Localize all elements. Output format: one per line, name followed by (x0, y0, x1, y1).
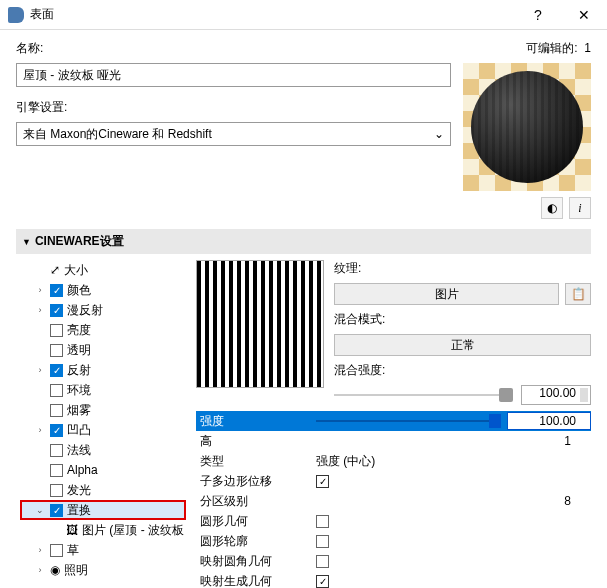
prop-value: 8 (316, 494, 591, 508)
checkbox[interactable] (50, 404, 63, 417)
checkbox[interactable]: ✓ (50, 504, 63, 517)
property-row[interactable]: 子多边形位移✓ (196, 471, 591, 491)
expand-icon[interactable]: › (34, 425, 46, 435)
expand-icon[interactable]: › (34, 305, 46, 315)
texture-button[interactable]: 图片 (334, 283, 559, 305)
checkbox[interactable]: ✓ (50, 284, 63, 297)
texture-browse-icon[interactable]: 📋 (565, 283, 591, 305)
blend-mode-button[interactable]: 正常 (334, 334, 591, 356)
tree-label: 法线 (67, 442, 91, 459)
checkbox[interactable] (50, 544, 63, 557)
prop-name: 强度 (196, 413, 316, 430)
prop-value: 强度 (中心) (316, 453, 375, 470)
channel-tree: ⤢大小›✓颜色›✓漫反射亮度透明›✓反射环境烟雾›✓凹凸法线Alpha发光⌄✓置… (16, 260, 186, 588)
tree-label: 图片 (屋顶 - 波纹板 (82, 522, 184, 539)
tree-label: 置换 (67, 502, 91, 519)
engine-label: 引擎设置: (16, 99, 451, 116)
prop-name: 分区级别 (196, 493, 316, 510)
app-icon (8, 7, 24, 23)
prop-checkbox[interactable]: ✓ (316, 475, 329, 488)
strength-slider[interactable] (316, 414, 501, 428)
checkbox[interactable] (50, 484, 63, 497)
tree-label: 烟雾 (67, 402, 91, 419)
tree-item[interactable]: ›草 (22, 540, 186, 560)
chevron-down-icon: ⌄ (434, 127, 444, 141)
row-icon: ◉ (50, 563, 60, 577)
prop-value: 1 (316, 434, 591, 448)
row-icon: 🖼 (66, 523, 78, 537)
tree-label: 漫反射 (67, 302, 103, 319)
prop-name: 映射生成几何 (196, 573, 316, 589)
property-row[interactable]: 高1 (196, 431, 591, 451)
tree-item[interactable]: ›✓颜色 (22, 280, 186, 300)
engine-select[interactable]: 来自 Maxon的Cineware 和 Redshift⌄ (16, 122, 451, 146)
checkbox[interactable] (50, 464, 63, 477)
blend-mode-label: 混合模式: (334, 311, 394, 328)
prop-checkbox[interactable]: ✓ (316, 575, 329, 588)
tree-item[interactable]: Alpha (22, 460, 186, 480)
tree-item[interactable]: 🖼图片 (屋顶 - 波纹板 (22, 520, 186, 540)
expand-icon[interactable]: › (34, 285, 46, 295)
checkbox[interactable]: ✓ (50, 304, 63, 317)
blend-strength-label: 混合强度: (334, 362, 385, 379)
checkbox[interactable] (50, 344, 63, 357)
blend-strength-slider[interactable] (334, 388, 513, 402)
close-button[interactable]: ✕ (561, 0, 607, 30)
window-title: 表面 (30, 6, 515, 23)
help-button[interactable]: ? (515, 0, 561, 30)
tree-item[interactable]: ›✓反射 (22, 360, 186, 380)
property-row[interactable]: 强度 (196, 411, 591, 431)
cineware-icon[interactable]: ◐ (541, 197, 563, 219)
info-button[interactable]: i (569, 197, 591, 219)
checkbox[interactable]: ✓ (50, 364, 63, 377)
row-icon: ⤢ (50, 263, 60, 277)
panel-header-cineware[interactable]: CINEWARE设置 (16, 229, 591, 254)
tree-item[interactable]: ⤢大小 (22, 260, 186, 280)
tree-label: 照明 (64, 562, 88, 579)
checkbox[interactable] (50, 444, 63, 457)
checkbox[interactable]: ✓ (50, 424, 63, 437)
tree-item[interactable]: 亮度 (22, 320, 186, 340)
property-row[interactable]: 映射圆角几何 (196, 551, 591, 571)
expand-icon[interactable]: › (34, 365, 46, 375)
tree-label: Alpha (67, 463, 98, 477)
tree-label: 亮度 (67, 322, 91, 339)
checkbox[interactable] (50, 384, 63, 397)
prop-checkbox[interactable] (316, 555, 329, 568)
prop-checkbox[interactable] (316, 515, 329, 528)
texture-label: 纹理: (334, 260, 394, 277)
tree-item[interactable]: ›✓凹凸 (22, 420, 186, 440)
tree-item[interactable]: 透明 (22, 340, 186, 360)
tree-item[interactable]: 发光 (22, 480, 186, 500)
strength-input[interactable] (507, 412, 591, 430)
tree-item[interactable]: ›✓漫反射 (22, 300, 186, 320)
tree-item[interactable]: 法线 (22, 440, 186, 460)
tree-label: 发光 (67, 482, 91, 499)
property-row[interactable]: 类型强度 (中心) (196, 451, 591, 471)
tree-label: 透明 (67, 342, 91, 359)
blend-strength-value[interactable]: 100.00 (521, 385, 591, 405)
tree-item[interactable]: 烟雾 (22, 400, 186, 420)
prop-name: 类型 (196, 453, 316, 470)
tree-item[interactable]: ⌄✓置换 (20, 500, 186, 520)
property-row[interactable]: 映射生成几何✓ (196, 571, 591, 588)
property-row[interactable]: 圆形几何 (196, 511, 591, 531)
prop-checkbox[interactable] (316, 535, 329, 548)
expand-icon[interactable]: › (34, 545, 46, 555)
tree-item[interactable]: ›◉照明 (22, 560, 186, 580)
expand-icon[interactable]: ⌄ (34, 505, 46, 515)
prop-name: 圆形几何 (196, 513, 316, 530)
property-row[interactable]: 圆形轮廓 (196, 531, 591, 551)
tree-item[interactable]: 环境 (22, 380, 186, 400)
prop-name: 子多边形位移 (196, 473, 316, 490)
titlebar: 表面 ? ✕ (0, 0, 607, 30)
property-row[interactable]: 分区级别8 (196, 491, 591, 511)
name-input[interactable] (16, 63, 451, 87)
prop-name: 映射圆角几何 (196, 553, 316, 570)
expand-icon[interactable]: › (34, 565, 46, 575)
tree-label: 凹凸 (67, 422, 91, 439)
tree-label: 大小 (64, 262, 88, 279)
name-label: 名称: (16, 40, 43, 57)
prop-name: 高 (196, 433, 316, 450)
checkbox[interactable] (50, 324, 63, 337)
